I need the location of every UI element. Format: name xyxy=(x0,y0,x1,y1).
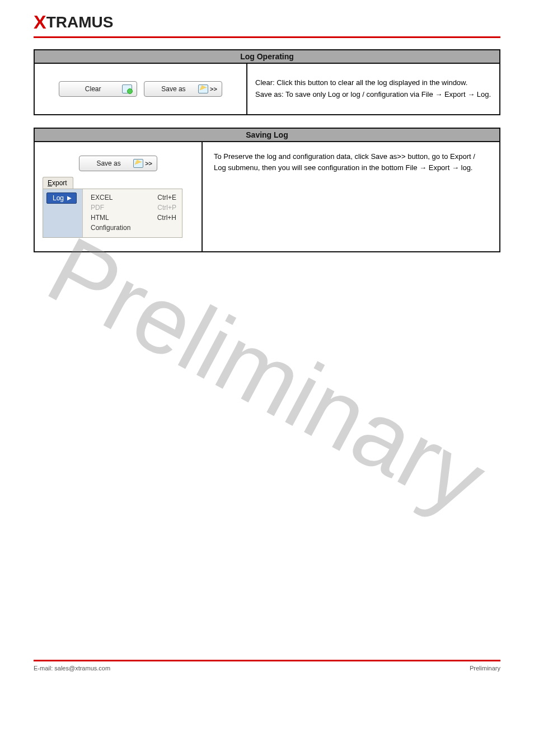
submenu-label: Configuration xyxy=(91,224,130,232)
saving-log-header: Saving Log xyxy=(34,128,500,142)
submenu-label: HTML xyxy=(91,214,109,222)
export-underline: E xyxy=(48,179,52,187)
log-operating-header: Log Operating xyxy=(34,50,500,63)
clear-button[interactable]: Clear xyxy=(59,81,137,97)
submenu-shortcut: Ctrl+E xyxy=(157,194,176,201)
log-menu-label: Log xyxy=(53,194,64,202)
menu-left-rail: Log ▶ xyxy=(43,189,82,237)
chevron-right-icon: ▶ xyxy=(67,195,72,201)
log-operating-table: Log Operating Clear Save as >> Clear: Cl… xyxy=(34,49,500,115)
submenu-label: EXCEL xyxy=(91,194,113,201)
export-tab[interactable]: Export xyxy=(43,177,73,189)
saveas-button[interactable]: Save as >> xyxy=(144,81,222,97)
export-rest: xport xyxy=(52,179,67,187)
brand-logo: XTRAMUS xyxy=(34,13,113,31)
submenu-shortcut: Ctrl+P xyxy=(157,204,176,212)
desc-line: Save as: To save only Log or log / confi… xyxy=(255,89,491,101)
desc-line: To Preserve the log and configuration da… xyxy=(214,151,488,175)
log-menu-item[interactable]: Log ▶ xyxy=(46,192,77,204)
brand-bar: XTRAMUS xyxy=(34,11,500,38)
log-operating-desc-cell: Clear: Click this button to clear all th… xyxy=(247,63,500,115)
saveas-chevron-2: >> xyxy=(145,160,152,167)
submenu-item-excel[interactable]: EXCEL Ctrl+E xyxy=(91,192,176,203)
clear-icon xyxy=(122,84,132,93)
footer-left: E-mail: sales@xtramus.com xyxy=(34,665,110,672)
saveas-button-2-label: Save as xyxy=(84,159,133,167)
submenu-shortcut: Ctrl+H xyxy=(157,214,176,222)
clear-button-label: Clear xyxy=(64,85,122,93)
footer: E-mail: sales@xtramus.com Preliminary xyxy=(34,660,500,672)
log-operating-buttons-cell: Clear Save as >> xyxy=(34,63,247,115)
desc-line: Clear: Click this button to clear all th… xyxy=(255,77,491,89)
saving-log-left-cell: Save as >> Export xyxy=(34,142,202,252)
saveas-button-2[interactable]: Save as >> xyxy=(79,156,157,171)
saving-log-desc-cell: To Preserve the log and configuration da… xyxy=(202,142,500,252)
brand-x: X xyxy=(34,11,46,32)
submenu-label: PDF xyxy=(91,204,104,212)
log-submenu: EXCEL Ctrl+E PDF Ctrl+P HTML Ctrl+H xyxy=(82,189,182,237)
saving-log-table: Saving Log Save as >> Export xyxy=(34,128,500,252)
submenu-item-config[interactable]: Configuration xyxy=(91,223,176,233)
footer-right: Preliminary xyxy=(470,665,500,672)
brand-rest: TRAMUS xyxy=(46,13,114,31)
saveas-chevron: >> xyxy=(210,86,217,92)
submenu-item-pdf[interactable]: PDF Ctrl+P xyxy=(91,203,176,213)
saveas-icon-2 xyxy=(133,159,143,168)
watermark-text: Preliminary xyxy=(31,215,503,535)
submenu-item-html[interactable]: HTML Ctrl+H xyxy=(91,213,176,223)
export-menu: Export Log ▶ EX xyxy=(43,177,182,238)
saveas-button-label: Save as xyxy=(149,85,198,93)
saveas-icon xyxy=(198,84,208,93)
